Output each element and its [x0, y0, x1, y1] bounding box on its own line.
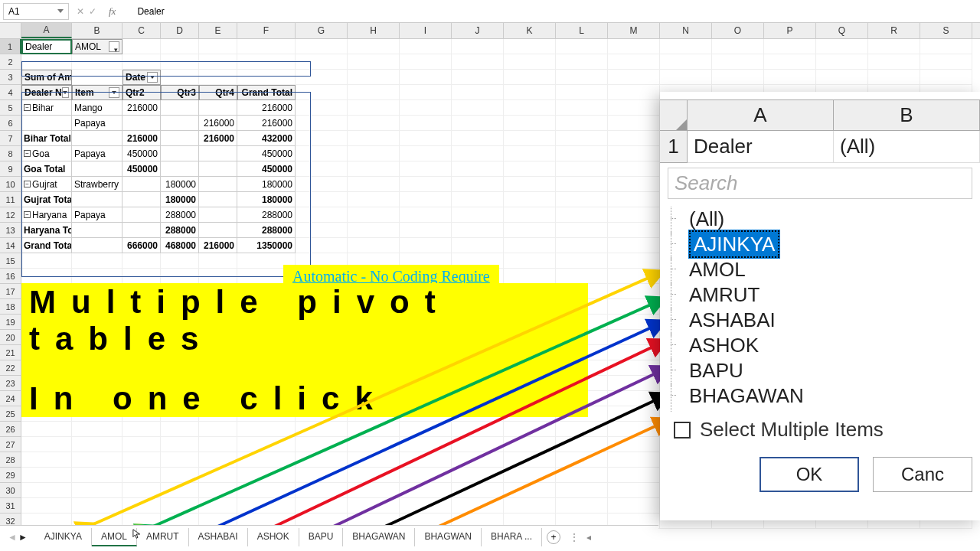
sheet-tab[interactable]: AMOL — [92, 528, 137, 546]
cell[interactable] — [21, 483, 72, 498]
cell[interactable] — [452, 177, 504, 192]
cell[interactable] — [504, 223, 556, 238]
cell[interactable] — [608, 330, 660, 345]
cell[interactable]: 216000 — [199, 131, 237, 146]
cell[interactable] — [400, 54, 452, 70]
row-header[interactable]: 2 — [0, 54, 21, 70]
cell[interactable]: 432000 — [237, 131, 296, 146]
cell[interactable] — [556, 452, 608, 468]
cell[interactable] — [122, 253, 161, 269]
cell[interactable] — [504, 422, 556, 437]
cell[interactable] — [72, 468, 122, 483]
cell[interactable] — [608, 299, 660, 315]
cell[interactable] — [72, 70, 122, 85]
cancel-button[interactable]: Canc — [873, 457, 972, 492]
cell[interactable] — [608, 70, 660, 85]
cell[interactable] — [199, 483, 237, 498]
cell[interactable] — [296, 131, 348, 146]
cell[interactable]: Strawberry — [72, 177, 122, 192]
cell[interactable] — [504, 269, 556, 284]
cell[interactable] — [400, 422, 452, 437]
cell[interactable] — [348, 238, 400, 253]
cell[interactable] — [161, 39, 199, 54]
cell[interactable] — [556, 498, 608, 514]
cell[interactable] — [608, 406, 660, 422]
cell[interactable] — [452, 85, 504, 100]
fx-icon[interactable]: fx — [101, 5, 119, 18]
cell[interactable] — [348, 116, 400, 131]
cell[interactable] — [199, 100, 237, 116]
cell[interactable] — [868, 70, 920, 85]
cell[interactable]: Papaya — [72, 207, 122, 223]
cell[interactable] — [608, 39, 660, 54]
tab-nav-next-icon[interactable]: ► — [18, 532, 28, 543]
col-header-I[interactable]: I — [400, 23, 452, 38]
cell[interactable] — [400, 468, 452, 483]
cell[interactable]: Mango — [72, 100, 122, 116]
row-header[interactable]: 27 — [0, 437, 21, 452]
col-header-B[interactable]: B — [72, 23, 122, 38]
cell[interactable] — [161, 131, 199, 146]
cell[interactable] — [608, 131, 660, 146]
cell[interactable]: 216000 — [199, 238, 237, 253]
cell[interactable] — [296, 207, 348, 223]
cell[interactable] — [348, 70, 400, 85]
filter-item[interactable]: BHAGAWAN — [681, 383, 965, 409]
cell[interactable] — [400, 177, 452, 192]
cell[interactable] — [161, 437, 199, 452]
cell[interactable]: 288000 — [237, 207, 296, 223]
cell[interactable] — [348, 85, 400, 100]
cell[interactable]: 450000 — [122, 161, 161, 177]
cell[interactable] — [161, 146, 199, 161]
cell[interactable] — [608, 269, 660, 284]
cell[interactable] — [348, 177, 400, 192]
filter-item[interactable]: AJINKYA — [681, 232, 965, 257]
cell[interactable] — [556, 192, 608, 207]
cell[interactable] — [400, 85, 452, 100]
cell[interactable] — [504, 131, 556, 146]
cell[interactable] — [504, 452, 556, 468]
row-header[interactable]: 22 — [0, 360, 21, 376]
cell[interactable] — [199, 452, 237, 468]
row-header[interactable]: 12 — [0, 207, 21, 223]
row-header[interactable]: 25 — [0, 406, 21, 422]
cell[interactable]: Grand Total — [21, 238, 72, 253]
cell[interactable] — [21, 452, 72, 468]
ok-button[interactable]: OK — [760, 457, 859, 492]
filter-dropdown-icon[interactable] — [109, 41, 119, 52]
cell[interactable] — [122, 223, 161, 238]
cell[interactable]: 180000 — [237, 192, 296, 207]
cell[interactable]: AMOL — [72, 39, 122, 54]
cell[interactable] — [556, 483, 608, 498]
col-header-D[interactable]: D — [161, 23, 199, 38]
cell[interactable] — [161, 253, 199, 269]
cell[interactable] — [608, 223, 660, 238]
cell[interactable] — [199, 498, 237, 514]
cell[interactable] — [452, 70, 504, 85]
cell[interactable] — [452, 223, 504, 238]
cell[interactable] — [608, 315, 660, 330]
row-header[interactable]: 13 — [0, 223, 21, 238]
filter-item[interactable]: ASHABAI — [681, 308, 965, 333]
cell[interactable] — [21, 116, 72, 131]
cell[interactable] — [348, 223, 400, 238]
row-header[interactable]: 17 — [0, 284, 21, 299]
cell[interactable]: −Bihar — [21, 100, 72, 116]
col-header-H[interactable]: H — [348, 23, 400, 38]
cell[interactable]: Date — [122, 70, 161, 85]
row-header[interactable]: 9 — [0, 161, 21, 177]
cell[interactable] — [237, 498, 296, 514]
cell[interactable] — [161, 70, 199, 85]
sheet-tab[interactable]: ASHOK — [248, 528, 299, 546]
row-header[interactable]: 30 — [0, 483, 21, 498]
cell[interactable]: 288000 — [161, 223, 199, 238]
popup-col-A[interactable]: A — [688, 99, 834, 130]
cell[interactable] — [764, 54, 816, 70]
cell[interactable] — [348, 452, 400, 468]
cell[interactable]: 450000 — [237, 161, 296, 177]
cell[interactable] — [72, 223, 122, 238]
cell[interactable] — [122, 422, 161, 437]
col-header-L[interactable]: L — [556, 23, 608, 38]
cell[interactable] — [122, 116, 161, 131]
col-header-M[interactable]: M — [608, 23, 660, 38]
